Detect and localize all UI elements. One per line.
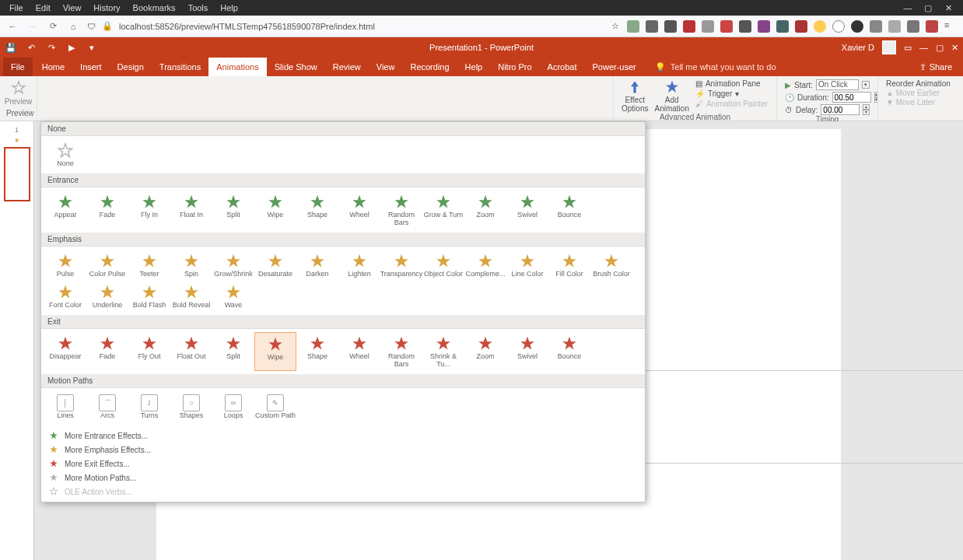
anim-none-none[interactable]: None	[44, 139, 86, 170]
anim-entrance-swivel[interactable]: Swivel	[506, 191, 548, 229]
anim-entrance-wipe[interactable]: Wipe	[254, 191, 296, 229]
menu-edit[interactable]: Edit	[30, 3, 57, 12]
tab-insert[interactable]: Insert	[72, 58, 110, 76]
anim-entrance-float-in[interactable]: Float In	[170, 191, 212, 229]
menu-view[interactable]: View	[57, 3, 88, 12]
tab-review[interactable]: Review	[325, 58, 369, 76]
anim-exit-float-out[interactable]: Float Out	[170, 332, 212, 371]
ext-icon[interactable]	[870, 20, 882, 33]
anim-exit-random-bars[interactable]: Random Bars	[380, 332, 422, 371]
anim-entrance-fade[interactable]: Fade	[86, 191, 128, 229]
save-icon[interactable]: 💾	[5, 41, 17, 54]
more-exit-effects[interactable]: More Exit Effects...	[41, 457, 645, 471]
trigger-button[interactable]: ⚡Trigger▾	[695, 89, 768, 98]
ext-icon[interactable]	[851, 20, 863, 33]
duration-input[interactable]	[832, 92, 871, 103]
tab-design[interactable]: Design	[110, 58, 152, 76]
slideshow-icon[interactable]: ▶	[65, 41, 78, 54]
anim-emphasis-spin[interactable]: Spin	[170, 250, 212, 281]
anim-emphasis-underline[interactable]: Underline	[86, 281, 128, 312]
anim-emphasis-desaturate[interactable]: Desaturate	[254, 250, 296, 281]
home-icon[interactable]: ⌂	[67, 20, 79, 33]
ext-icon[interactable]	[720, 20, 733, 33]
anim-emphasis-fill-color[interactable]: Fill Color	[548, 250, 590, 281]
tab-file[interactable]: File	[3, 58, 33, 76]
back-icon[interactable]: ←	[6, 20, 19, 33]
window-close-icon[interactable]: ✕	[943, 3, 954, 13]
anim-entrance-fly-in[interactable]: Fly In	[128, 191, 170, 229]
window-maximize-icon[interactable]: ▢	[923, 3, 933, 13]
ext-icon[interactable]	[832, 20, 845, 33]
effect-options-button[interactable]: Effect Options	[622, 79, 648, 113]
ext-icon[interactable]	[758, 20, 770, 33]
animation-pane-button[interactable]: ▤Animation Pane	[695, 79, 768, 88]
start-select[interactable]: On Click	[816, 79, 859, 90]
tab-nitro[interactable]: Nitro Pro	[490, 58, 539, 76]
forward-icon[interactable]: →	[26, 20, 39, 33]
ext-icon[interactable]	[702, 20, 714, 33]
anim-exit-disappear[interactable]: Disappear	[44, 332, 86, 371]
menu-history[interactable]: History	[87, 3, 126, 12]
anim-emphasis-bold-reveal[interactable]: Bold Reveal	[170, 281, 212, 312]
bookmark-star-icon[interactable]: ☆	[611, 21, 619, 31]
anim-exit-shape[interactable]: Shape	[296, 332, 338, 371]
delay-spinner[interactable]: ▴▾	[863, 104, 870, 115]
tab-slideshow[interactable]: Slide Show	[267, 58, 325, 76]
delay-input[interactable]	[821, 104, 860, 115]
chevron-down-icon[interactable]: ▾	[862, 81, 870, 89]
anim-emphasis-pulse[interactable]: Pulse	[44, 250, 86, 281]
anim-emphasis-darken[interactable]: Darken	[296, 250, 338, 281]
anim-entrance-zoom[interactable]: Zoom	[464, 191, 506, 229]
anim-exit-bounce[interactable]: Bounce	[548, 332, 590, 371]
anim-entrance-split[interactable]: Split	[212, 191, 254, 229]
user-name[interactable]: Xavier D	[842, 43, 874, 52]
share-button[interactable]: ⇪ Share	[909, 62, 963, 72]
ext-icon[interactable]	[776, 20, 789, 33]
tab-home[interactable]: Home	[34, 58, 72, 76]
shield-icon[interactable]: 🛡	[87, 22, 96, 31]
menu-bookmarks[interactable]: Bookmarks	[127, 3, 182, 12]
anim-emphasis-wave[interactable]: Wave	[212, 281, 254, 312]
tab-poweruser[interactable]: Power-user	[585, 58, 644, 76]
hamburger-icon[interactable]: ≡	[944, 20, 957, 33]
tell-me-search[interactable]: 💡 Tell me what you want to do	[644, 62, 776, 72]
add-animation-button[interactable]: Add Animation	[654, 79, 688, 113]
anim-emphasis-bold-flash[interactable]: Bold Flash	[128, 281, 170, 312]
qat-more-icon[interactable]: ▾	[86, 41, 98, 54]
anim-emphasis-color-pulse[interactable]: Color Pulse	[86, 250, 128, 281]
anim-motion-arcs[interactable]: ⌒Arcs	[86, 391, 128, 422]
anim-motion-turns[interactable]: ⤸Turns	[128, 391, 170, 422]
ribbon-display-icon[interactable]: ▭	[904, 43, 912, 53]
anim-motion-custom-path[interactable]: ✎Custom Path	[254, 391, 296, 422]
ext-icon[interactable]	[907, 20, 919, 33]
pp-close-icon[interactable]: ✕	[951, 43, 958, 53]
user-avatar-icon[interactable]	[882, 40, 896, 54]
ext-icon[interactable]	[664, 20, 677, 33]
menu-file[interactable]: File	[3, 3, 30, 12]
anim-exit-fly-out[interactable]: Fly Out	[128, 332, 170, 371]
anim-exit-wheel[interactable]: Wheel	[338, 332, 380, 371]
undo-icon[interactable]: ↶	[25, 41, 37, 54]
tab-help[interactable]: Help	[457, 58, 491, 76]
anim-motion-lines[interactable]: │Lines	[44, 391, 86, 422]
more-entrance-effects[interactable]: More Entrance Effects...	[41, 429, 645, 443]
pp-maximize-icon[interactable]: ▢	[936, 43, 944, 53]
lock-icon[interactable]: 🔒	[102, 21, 113, 31]
move-earlier-button[interactable]: ▲ Move Earlier	[886, 89, 955, 97]
anim-entrance-appear[interactable]: Appear	[44, 191, 86, 229]
redo-icon[interactable]: ↷	[45, 41, 58, 54]
ext-icon[interactable]	[627, 20, 639, 33]
anim-emphasis-line-color[interactable]: Line Color	[506, 250, 548, 281]
more-motion-paths[interactable]: More Motion Paths...	[41, 471, 645, 485]
ext-icon[interactable]	[814, 20, 826, 33]
anim-exit-swivel[interactable]: Swivel	[506, 332, 548, 371]
anim-emphasis-object-color[interactable]: Object Color	[422, 250, 464, 281]
ext-icon[interactable]	[739, 20, 751, 33]
anim-exit-zoom[interactable]: Zoom	[464, 332, 506, 371]
url-text[interactable]: localhost:58526/preview/HTMLSTemp4756185…	[119, 22, 375, 31]
anim-exit-fade[interactable]: Fade	[86, 332, 128, 371]
anim-motion-loops[interactable]: ∞Loops	[212, 391, 254, 422]
menu-help[interactable]: Help	[214, 3, 244, 12]
anim-entrance-grow-turn[interactable]: Grow & Turn	[422, 191, 464, 229]
anim-motion-shapes[interactable]: ○Shapes	[170, 391, 212, 422]
